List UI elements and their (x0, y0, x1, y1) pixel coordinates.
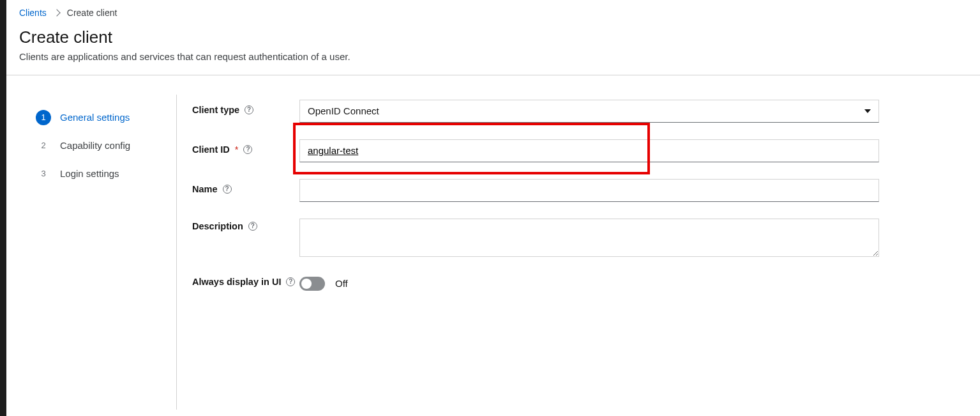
client-id-input[interactable] (299, 139, 879, 162)
help-icon[interactable] (248, 222, 257, 231)
always-display-toggle[interactable] (299, 277, 325, 291)
wizard-step-number: 2 (36, 138, 51, 153)
wizard-nav: 1 General settings 2 Capability config 3… (33, 95, 177, 410)
page-title: Create client (19, 27, 967, 49)
field-label-description: Description (192, 221, 243, 231)
form-general-settings: Client type OpenID Connect Client ID * (177, 95, 879, 410)
field-name-row: Name (192, 179, 879, 202)
wizard-step-label: Capability config (60, 140, 130, 151)
caret-down-icon (864, 109, 871, 113)
help-icon[interactable] (245, 105, 253, 114)
chevron-right-icon (53, 9, 60, 16)
field-label-always-display: Always display in UI (192, 277, 281, 287)
wizard-step-label: Login settings (60, 168, 119, 179)
page: Clients Create client Create client Clie… (6, 0, 980, 416)
client-type-select[interactable]: OpenID Connect (299, 100, 879, 123)
breadcrumb-link-clients[interactable]: Clients (19, 8, 47, 18)
always-display-toggle-state: Off (335, 278, 348, 289)
wizard-step-number: 1 (36, 110, 51, 125)
wizard-step-number: 3 (36, 166, 51, 181)
field-client-id-row: Client ID * (192, 139, 879, 162)
wizard-step-login-settings[interactable]: 3 Login settings (33, 160, 176, 188)
help-icon[interactable] (243, 145, 252, 154)
page-header: Create client Clients are applications a… (6, 22, 980, 75)
help-icon[interactable] (286, 277, 295, 286)
left-dark-rail (0, 0, 6, 416)
wizard-step-general-settings[interactable]: 1 General settings (33, 104, 176, 132)
field-label-client-id: Client ID (192, 144, 230, 155)
required-star: * (235, 144, 239, 155)
client-type-selected-value: OpenID Connect (308, 104, 379, 118)
field-label-client-type: Client type (192, 105, 239, 115)
field-description-row: Description (192, 219, 879, 259)
page-subtitle: Clients are applications and services th… (19, 51, 967, 62)
breadcrumb-current: Create client (67, 8, 117, 18)
wizard-step-label: General settings (60, 112, 130, 123)
description-textarea[interactable] (299, 219, 879, 257)
breadcrumb: Clients Create client (6, 0, 980, 22)
name-input[interactable] (299, 179, 879, 202)
field-client-type-row: Client type OpenID Connect (192, 100, 879, 123)
toggle-knob (301, 279, 312, 289)
help-icon[interactable] (223, 185, 232, 194)
field-always-display-row: Always display in UI Off (192, 275, 879, 291)
field-label-name: Name (192, 184, 218, 194)
wizard-step-capability-config[interactable]: 2 Capability config (33, 132, 176, 160)
